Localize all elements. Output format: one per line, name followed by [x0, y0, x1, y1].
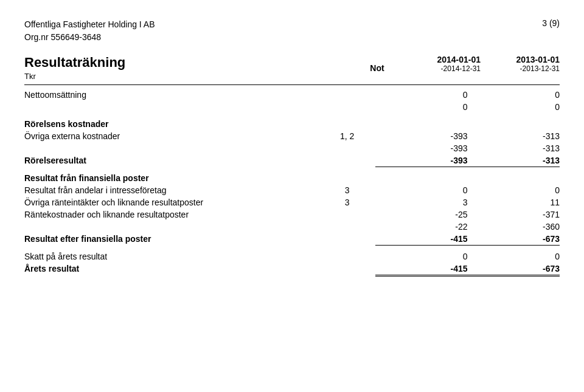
table-row: Rörelseresultat-393-313 [24, 154, 560, 167]
report-subtitle: Tkr [24, 72, 125, 81]
row-val1: 0 [375, 250, 467, 263]
row-val2: 11 [468, 196, 560, 208]
table-row: -22-360 [24, 221, 560, 233]
table-row: Resultat från andelar i intresseföretag3… [24, 184, 560, 196]
col-2013-header: 2013-01-01 -2013-12-31 [481, 55, 560, 73]
table-row [24, 245, 560, 250]
row-label: Resultat från andelar i intresseföretag [24, 184, 319, 196]
table-row: 00 [24, 101, 560, 113]
row-label [24, 245, 319, 250]
table-row: Nettoomsättning00 [24, 89, 560, 101]
row-label: Rörelsens kostnader [24, 113, 319, 130]
company-info: Offentliga Fastigheter Holding I AB Org.… [24, 18, 155, 44]
row-label [24, 101, 319, 113]
report-header: Resultaträkning Tkr Not 2014-01-01 -2014… [24, 55, 560, 85]
table-row: -393-313 [24, 142, 560, 154]
table-row: Räntekostnader och liknande resultatpost… [24, 208, 560, 221]
row-val1: -415 [375, 233, 467, 246]
row-val2: -673 [468, 263, 560, 276]
row-val1: -22 [375, 221, 467, 233]
row-val2 [468, 245, 560, 250]
row-not [319, 245, 375, 250]
row-label [24, 221, 319, 233]
row-label: Övriga externa kostnader [24, 130, 319, 142]
table-row: Årets resultat-415-673 [24, 263, 560, 276]
row-not [319, 154, 375, 167]
row-val1: 0 [375, 89, 467, 101]
report-title: Resultaträkning [24, 55, 125, 70]
row-val2: -313 [468, 130, 560, 142]
row-val1: 0 [375, 184, 467, 196]
col-not-header: Not [353, 63, 401, 73]
row-not: 3 [319, 184, 375, 196]
row-label: Resultat från finansiella poster [24, 167, 319, 184]
row-not [319, 208, 375, 221]
row-label: Årets resultat [24, 263, 319, 276]
row-label [24, 142, 319, 154]
row-val1: 3 [375, 196, 467, 208]
row-not [319, 250, 375, 263]
row-not [319, 263, 375, 276]
col-2014-header: 2014-01-01 -2014-12-31 [401, 55, 481, 73]
row-not: 1, 2 [319, 130, 375, 142]
row-val2: -360 [468, 221, 560, 233]
row-val1 [375, 113, 467, 130]
row-val1 [375, 167, 467, 184]
row-label: Räntekostnader och liknande resultatpost… [24, 208, 319, 221]
row-not [319, 221, 375, 233]
row-val2 [468, 167, 560, 184]
row-val2: 0 [468, 101, 560, 113]
row-label: Övriga ränteintäkter och liknande result… [24, 196, 319, 208]
row-not [319, 89, 375, 101]
company-name: Offentliga Fastigheter Holding I AB [24, 18, 155, 31]
financial-table: Nettoomsättning0000Rörelsens kostnaderÖv… [24, 89, 560, 277]
table-row: Skatt på årets resultat00 [24, 250, 560, 263]
table-row: Resultat efter finansiella poster-415-67… [24, 233, 560, 246]
row-val2: 0 [468, 89, 560, 101]
row-val1: -393 [375, 142, 467, 154]
row-val1: -25 [375, 208, 467, 221]
page-number: 3 (9) [542, 18, 560, 28]
row-val1: 0 [375, 101, 467, 113]
row-not [319, 167, 375, 184]
row-val1 [375, 245, 467, 250]
row-not: 3 [319, 196, 375, 208]
row-val2: -673 [468, 233, 560, 246]
company-org: Org.nr 556649-3648 [24, 31, 155, 44]
row-label: Nettoomsättning [24, 89, 319, 101]
report-title-block: Resultaträkning Tkr [24, 55, 125, 81]
row-not [319, 101, 375, 113]
row-label: Skatt på årets resultat [24, 250, 319, 263]
row-not [319, 142, 375, 154]
row-not [319, 113, 375, 130]
table-row: Övriga externa kostnader1, 2-393-313 [24, 130, 560, 142]
row-val2: 0 [468, 250, 560, 263]
row-val2: -371 [468, 208, 560, 221]
row-val1: -415 [375, 263, 467, 276]
table-row: Övriga ränteintäkter och liknande result… [24, 196, 560, 208]
row-val2: -313 [468, 154, 560, 167]
row-val2: 0 [468, 184, 560, 196]
row-val2: -313 [468, 142, 560, 154]
table-row: Resultat från finansiella poster [24, 167, 560, 184]
row-val1: -393 [375, 154, 467, 167]
row-label: Rörelseresultat [24, 154, 319, 167]
row-val1: -393 [375, 130, 467, 142]
row-not [319, 233, 375, 246]
table-row: Rörelsens kostnader [24, 113, 560, 130]
row-label: Resultat efter finansiella poster [24, 233, 319, 246]
row-val2 [468, 113, 560, 130]
report-columns: Not 2014-01-01 -2014-12-31 2013-01-01 -2… [353, 55, 560, 73]
